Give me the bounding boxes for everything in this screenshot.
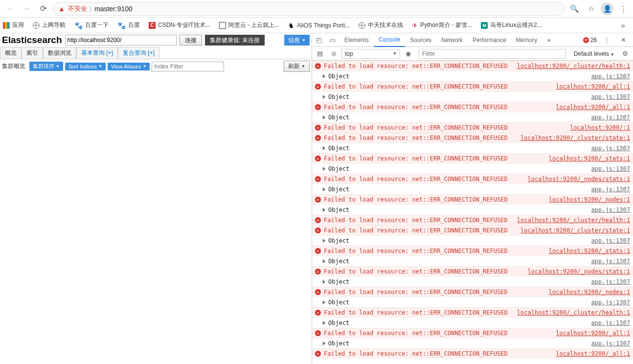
tab-sources[interactable]: Sources: [405, 33, 436, 47]
view-aliases-button[interactable]: View Aliases▼: [108, 63, 150, 70]
error-count-badge[interactable]: ✕26: [583, 37, 597, 44]
devtools-menu-icon[interactable]: ⋮: [600, 36, 613, 44]
expand-icon[interactable]: [323, 146, 325, 150]
expand-icon[interactable]: [323, 95, 325, 99]
log-source-link[interactable]: app.js:1307: [591, 278, 630, 285]
log-source-link[interactable]: app.js:1307: [591, 237, 630, 244]
profile-avatar[interactable]: 👤: [601, 2, 613, 15]
expand-icon[interactable]: [323, 300, 325, 304]
console-object-row[interactable]: Objectapp.js:1307: [312, 318, 633, 328]
console-error-row[interactable]: ✕Failed to load resource: net::ERR_CONNE…: [312, 307, 633, 318]
log-source-link[interactable]: app.js:1307: [591, 206, 630, 213]
console-error-row[interactable]: ✕Failed to load resource: net::ERR_CONNE…: [312, 194, 633, 205]
log-source-link[interactable]: app.js:1307: [591, 165, 630, 172]
log-source-link[interactable]: localhost:9200/_stats:1: [549, 248, 630, 254]
refresh-button[interactable]: 刷新▼: [284, 61, 310, 72]
bookmark-item[interactable]: CCSDN-专业IT技术...: [149, 21, 210, 29]
bookmark-item[interactable]: ✈Python简介 - 廖雪...: [412, 21, 472, 29]
expand-icon[interactable]: [323, 115, 325, 119]
log-source-link[interactable]: localhost:9200/_nodes/stats:1: [527, 176, 630, 182]
console-settings-icon[interactable]: ⚙: [619, 50, 631, 57]
tab-console[interactable]: Console: [374, 33, 405, 47]
log-source-link[interactable]: localhost:9200/_nodes:1: [549, 289, 630, 296]
back-button[interactable]: ←: [3, 2, 17, 16]
menu-icon[interactable]: ⋮: [616, 2, 630, 16]
log-source-link[interactable]: app.js:1307: [591, 340, 630, 347]
log-source-link[interactable]: localhost:9200/_nodes:1: [549, 196, 630, 203]
log-source-link[interactable]: app.js:1307: [591, 186, 630, 193]
forward-button[interactable]: →: [20, 2, 33, 16]
console-object-row[interactable]: Objectapp.js:1307: [312, 112, 633, 122]
tab-network[interactable]: Network: [436, 33, 468, 47]
tab-browse[interactable]: 数据浏览: [43, 47, 76, 59]
console-object-row[interactable]: Objectapp.js:1307: [312, 235, 633, 246]
console-error-row[interactable]: ✕Failed to load resource: net::ERR_CONNE…: [312, 81, 633, 91]
log-source-link[interactable]: localhost:9200/_all:1: [556, 104, 630, 111]
log-source-link[interactable]: app.js:1307: [591, 145, 630, 152]
log-source-link[interactable]: app.js:1307: [591, 258, 630, 265]
log-source-link[interactable]: localhost:9200/:1: [570, 124, 630, 131]
log-source-link[interactable]: localhost:9200/_stats:1: [549, 155, 630, 162]
log-source-link[interactable]: app.js:1307: [591, 93, 630, 100]
expand-icon[interactable]: [323, 341, 325, 345]
index-filter-input[interactable]: [152, 62, 224, 71]
console-error-row[interactable]: ✕Failed to load resource: net::ERR_CONNE…: [312, 225, 633, 235]
tab-indices[interactable]: 索引: [22, 47, 43, 59]
expand-icon[interactable]: [323, 208, 325, 212]
console-error-row[interactable]: ✕Failed to load resource: net::ERR_CONNE…: [312, 287, 633, 297]
sort-cluster-button[interactable]: 集群排序▼: [29, 62, 63, 71]
expand-icon[interactable]: [323, 74, 325, 78]
bookmark-item[interactable]: 中天技术在线: [359, 21, 403, 29]
tab-compound-query[interactable]: 复合查询 [+]: [118, 47, 159, 59]
console-error-row[interactable]: ✕Failed to load resource: net::ERR_CONNE…: [312, 215, 633, 225]
console-error-row[interactable]: ✕Failed to load resource: net::ERR_CONNE…: [312, 246, 633, 256]
console-error-row[interactable]: ✕Failed to load resource: net::ERR_CONNE…: [312, 348, 633, 359]
console-object-row[interactable]: Objectapp.js:1307: [312, 338, 633, 348]
more-tabs-icon[interactable]: »: [542, 36, 556, 44]
console-error-row[interactable]: ✕Failed to load resource: net::ERR_CONNE…: [312, 153, 633, 163]
info-button[interactable]: 信息▼: [284, 35, 310, 46]
expand-icon[interactable]: [323, 321, 325, 325]
log-source-link[interactable]: localhost:9200/_all:1: [556, 350, 630, 357]
console-object-row[interactable]: Objectapp.js:1307: [312, 184, 633, 194]
log-source-link[interactable]: app.js:1307: [591, 299, 630, 306]
expand-icon[interactable]: [323, 187, 325, 191]
bookmark-item[interactable]: ♞AliOS Things Porti...: [288, 22, 350, 29]
console-object-row[interactable]: Objectapp.js:1307: [312, 91, 633, 102]
console-object-row[interactable]: Objectapp.js:1307: [312, 205, 633, 215]
search-in-page-icon[interactable]: 🔍: [567, 2, 581, 16]
es-url-input[interactable]: [65, 35, 177, 46]
bookmark-star-icon[interactable]: ☆: [584, 2, 598, 16]
console-object-row[interactable]: Objectapp.js:1307: [312, 256, 633, 266]
console-error-row[interactable]: ✕Failed to load resource: net::ERR_CONNE…: [312, 102, 633, 112]
console-error-row[interactable]: ✕Failed to load resource: net::ERR_CONNE…: [312, 122, 633, 133]
console-error-row[interactable]: ✕Failed to load resource: net::ERR_CONNE…: [312, 133, 633, 143]
bookmark-item[interactable]: 上网导航: [33, 21, 66, 29]
bookmark-item[interactable]: 🐾百度: [117, 21, 140, 29]
live-expression-icon[interactable]: ◉: [402, 50, 414, 57]
sidebar-toggle-icon[interactable]: ▤: [314, 50, 326, 57]
log-source-link[interactable]: localhost:9200/_cluster/state:1: [520, 227, 630, 234]
bookmark-item[interactable]: 阿里云 - 上云就上...: [219, 21, 280, 29]
log-source-link[interactable]: app.js:1307: [591, 319, 630, 326]
context-select[interactable]: top▼: [341, 49, 400, 59]
log-source-link[interactable]: localhost:9200/_cluster/state:1: [520, 135, 630, 141]
log-source-link[interactable]: localhost:9200/_cluster/health:1: [517, 63, 630, 69]
device-icon[interactable]: ▭: [326, 36, 339, 44]
console-error-row[interactable]: ✕Failed to load resource: net::ERR_CONNE…: [312, 174, 633, 184]
console-filter-input[interactable]: [419, 49, 566, 59]
address-bar[interactable]: ▲ 不安全 | master:9100: [53, 2, 565, 16]
sort-indices-button[interactable]: Sort Indices▼: [65, 63, 106, 70]
log-source-link[interactable]: localhost:9200/_cluster/health:1: [517, 309, 630, 316]
bookmark-overflow-icon[interactable]: »: [616, 19, 630, 32]
expand-icon[interactable]: [323, 239, 325, 243]
tab-performance[interactable]: Performance: [468, 33, 511, 47]
tab-overview[interactable]: 概览: [0, 47, 22, 59]
console-object-row[interactable]: Objectapp.js:1307: [312, 297, 633, 307]
log-source-link[interactable]: localhost:9200/_all:1: [556, 330, 630, 337]
tab-memory[interactable]: Memory: [511, 33, 542, 47]
tab-elements[interactable]: Elements: [339, 33, 374, 47]
clear-console-icon[interactable]: ⊘: [328, 50, 339, 57]
log-source-link[interactable]: app.js:1307: [591, 73, 630, 80]
devtools-close-icon[interactable]: ✕: [616, 36, 630, 44]
